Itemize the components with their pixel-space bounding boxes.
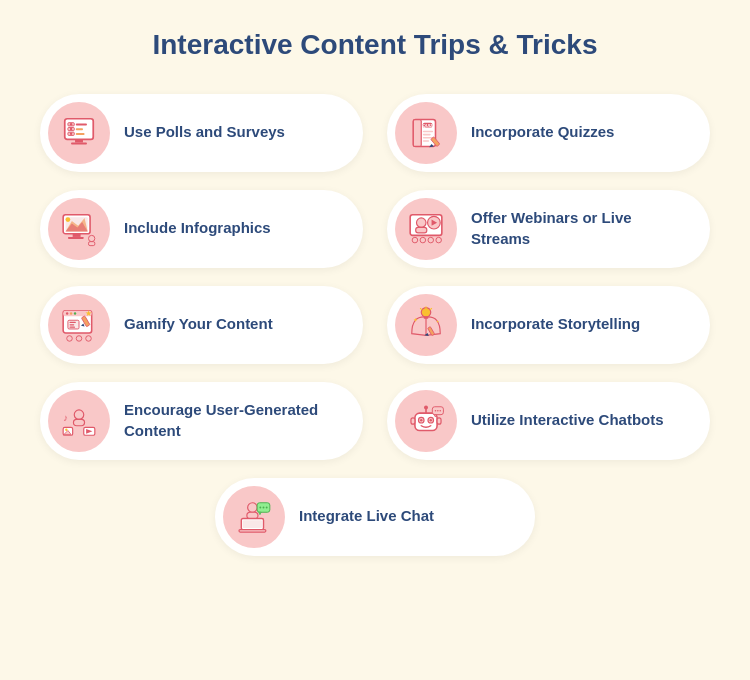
quizzes-icon: QUIZ	[407, 114, 445, 152]
gamify-icon-circle: ★	[48, 294, 110, 356]
svg-rect-46	[70, 321, 76, 322]
svg-rect-24	[68, 237, 84, 239]
card-quizzes: QUIZ Incorporate Quizzes	[387, 94, 710, 172]
svg-rect-16	[423, 130, 433, 132]
storytelling-label: Incorporate Storytelling	[471, 314, 640, 334]
svg-point-55	[421, 307, 431, 317]
svg-point-85	[439, 410, 441, 412]
polls-label: Use Polls and Surveys	[124, 122, 285, 142]
svg-point-78	[430, 419, 432, 421]
svg-rect-48	[70, 326, 76, 327]
svg-point-32	[417, 218, 427, 228]
svg-rect-8	[76, 133, 85, 135]
webinars-icon-circle	[395, 198, 457, 260]
svg-point-83	[435, 410, 437, 412]
infographics-icon-circle	[48, 198, 110, 260]
chatbots-label: Utilize Interactive Chatbots	[471, 410, 664, 430]
svg-rect-2	[71, 142, 87, 144]
svg-rect-90	[243, 520, 262, 528]
svg-rect-56	[424, 316, 429, 318]
svg-text:♪: ♪	[63, 412, 68, 423]
card-webinars: Offer Webinars or Live Streams	[387, 190, 710, 268]
svg-point-95	[266, 506, 268, 508]
svg-rect-13	[413, 119, 421, 146]
svg-point-74	[424, 405, 428, 409]
svg-point-11	[70, 132, 72, 134]
svg-rect-79	[411, 417, 415, 423]
polls-icon	[60, 114, 98, 152]
svg-rect-80	[437, 417, 441, 423]
svg-line-59	[430, 308, 431, 309]
svg-rect-87	[247, 512, 258, 518]
svg-point-52	[67, 335, 73, 341]
svg-rect-17	[423, 133, 431, 135]
storytelling-icon: ✦ ✦	[407, 306, 445, 344]
webinars-icon	[407, 210, 445, 248]
card-gamify: ★ Gamify Your Content	[40, 286, 363, 364]
storytelling-icon-circle: ✦ ✦	[395, 294, 457, 356]
svg-rect-23	[73, 233, 81, 236]
svg-point-53	[76, 335, 82, 341]
infographics-icon	[60, 210, 98, 248]
svg-text:★: ★	[85, 309, 92, 318]
quizzes-label: Incorporate Quizzes	[471, 122, 614, 142]
svg-rect-65	[73, 419, 84, 425]
quizzes-icon-circle: QUIZ	[395, 102, 457, 164]
svg-point-44	[74, 312, 76, 314]
svg-point-28	[66, 217, 71, 222]
cards-grid: Use Polls and Surveys QUIZ Incorporat	[40, 94, 710, 460]
svg-point-94	[263, 506, 265, 508]
svg-point-29	[89, 235, 95, 241]
ugc-icon: ♪	[60, 402, 98, 440]
svg-rect-7	[76, 128, 83, 130]
svg-rect-19	[423, 140, 429, 142]
svg-point-43	[70, 312, 72, 314]
svg-point-10	[70, 127, 72, 129]
card-infographics: Include Infographics	[40, 190, 363, 268]
svg-marker-92	[259, 512, 261, 514]
chatbots-icon	[407, 402, 445, 440]
infographics-label: Include Infographics	[124, 218, 271, 238]
svg-rect-89	[239, 529, 266, 531]
svg-point-38	[428, 237, 434, 243]
webinars-label: Offer Webinars or Live Streams	[471, 208, 690, 249]
svg-point-84	[437, 410, 439, 412]
svg-point-39	[436, 237, 442, 243]
svg-rect-33	[416, 227, 427, 233]
svg-point-37	[420, 237, 426, 243]
livechat-icon	[235, 498, 273, 536]
svg-point-68	[65, 428, 67, 430]
gamify-label: Gamify Your Content	[124, 314, 273, 334]
svg-point-64	[74, 410, 84, 420]
card-livechat: Integrate Live Chat	[215, 478, 535, 556]
polls-icon-circle	[48, 102, 110, 164]
svg-rect-1	[75, 139, 83, 142]
svg-point-36	[412, 237, 418, 243]
card-storytelling: ✦ ✦ Incorporate Storytelling	[387, 286, 710, 364]
svg-point-9	[70, 123, 72, 125]
svg-rect-6	[76, 123, 87, 125]
svg-point-86	[248, 502, 257, 512]
chatbots-icon-circle	[395, 390, 457, 452]
ugc-label: Encourage User-Generated Content	[124, 400, 343, 441]
svg-point-93	[259, 506, 261, 508]
svg-point-42	[66, 312, 68, 314]
svg-rect-47	[70, 324, 75, 325]
svg-point-77	[420, 419, 422, 421]
card-chatbots: Utilize Interactive Chatbots	[387, 382, 710, 460]
livechat-label: Integrate Live Chat	[299, 506, 434, 526]
svg-text:QUIZ: QUIZ	[422, 123, 433, 128]
svg-text:✦: ✦	[413, 316, 418, 322]
livechat-icon-circle	[223, 486, 285, 548]
card-ugc: ♪ Encourage User-Generated Content	[40, 382, 363, 460]
gamify-icon: ★	[60, 306, 98, 344]
svg-point-54	[86, 335, 92, 341]
ugc-icon-circle: ♪	[48, 390, 110, 452]
bottom-row: Integrate Live Chat	[40, 478, 710, 556]
svg-line-58	[420, 308, 421, 309]
page-title: Interactive Content Trips & Tricks	[152, 28, 597, 62]
svg-rect-30	[89, 241, 95, 245]
card-polls: Use Polls and Surveys	[40, 94, 363, 172]
